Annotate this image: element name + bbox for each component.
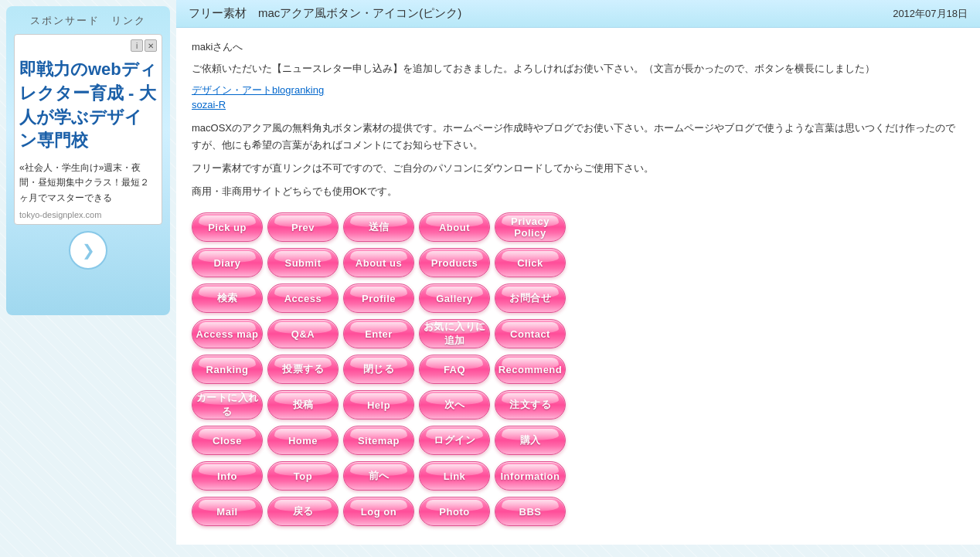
greeting: makiさんへ — [192, 40, 965, 54]
link2[interactable]: sozai-R — [192, 99, 965, 110]
sidebar: スポンサード リンク i ✕ 即戦力のwebディレクター育成 - 大人が学ぶデザ… — [0, 0, 176, 557]
main-content: フリー素材 macアクア風ボタン・アイコン(ピンク) 2012年07月18日 m… — [176, 0, 980, 557]
aqua-btn-5-0[interactable]: カートに入れる — [192, 390, 263, 419]
aqua-btn-8-3[interactable]: Photo — [419, 497, 490, 526]
button-row-8: Mail戻るLog onPhotoBBS — [192, 497, 965, 526]
button-row-5: カートに入れる投稿Help次へ注文する — [192, 390, 965, 419]
aqua-btn-6-4[interactable]: 購入 — [495, 426, 566, 455]
ad-heading: 即戦力のwebディレクター育成 - 大人が学ぶデザイン専門校 — [19, 55, 157, 156]
aqua-btn-1-3[interactable]: Products — [419, 248, 490, 277]
aqua-btn-3-4[interactable]: Contact — [495, 319, 566, 348]
aqua-btn-3-2[interactable]: Enter — [343, 319, 414, 348]
aqua-btn-0-0[interactable]: Pick up — [192, 212, 263, 242]
aqua-btn-0-2[interactable]: 送信 — [343, 212, 414, 242]
ad-close-btn[interactable]: ✕ — [145, 39, 157, 52]
ad-info-btn[interactable]: i — [131, 39, 143, 52]
aqua-btn-5-1[interactable]: 投稿 — [267, 390, 339, 419]
aqua-btn-8-0[interactable]: Mail — [192, 497, 263, 526]
sidebar-ad-title: スポンサード リンク — [14, 14, 162, 28]
sidebar-ad-inner: i ✕ 即戦力のwebディレクター育成 - 大人が学ぶデザイン専門校 «社会人・… — [14, 34, 162, 225]
chevron-right-icon: ❯ — [82, 241, 95, 260]
button-row-1: DiarySubmitAbout usProductsClick — [192, 248, 965, 277]
links-section: デザイン・アートblogranking sozai-R — [192, 83, 965, 110]
aqua-btn-6-3[interactable]: ログイン — [419, 426, 490, 455]
main-header: フリー素材 macアクア風ボタン・アイコン(ピンク) 2012年07月18日 — [176, 0, 980, 28]
aqua-btn-5-2[interactable]: Help — [343, 390, 414, 419]
aqua-btn-1-2[interactable]: About us — [343, 248, 414, 277]
aqua-btn-1-1[interactable]: Submit — [267, 248, 339, 277]
aqua-btn-0-4[interactable]: Privacy Policy — [495, 212, 566, 242]
aqua-btn-7-4[interactable]: Information — [495, 461, 566, 491]
aqua-btn-4-4[interactable]: Recommend — [495, 355, 566, 384]
aqua-btn-6-0[interactable]: Close — [192, 426, 263, 455]
aqua-btn-7-3[interactable]: Link — [419, 461, 490, 491]
ad-controls: i ✕ — [19, 39, 157, 52]
aqua-btn-7-2[interactable]: 前へ — [343, 461, 414, 491]
aqua-btn-8-4[interactable]: BBS — [495, 497, 566, 526]
description3: フリー素材ですが直リンクは不可ですので、ご自分のパソコンにダウンロードしてからご… — [192, 160, 965, 177]
button-row-3: Access mapQ&AEnterお気に入りに追加Contact — [192, 319, 965, 348]
aqua-btn-4-3[interactable]: FAQ — [419, 355, 490, 384]
buttons-section: Pick upPrev送信AboutPrivacy PolicyDiarySub… — [192, 212, 965, 526]
main-body: makiさんへ ご依頼いただいた【ニュースレター申し込み】を追加しておきました。… — [176, 28, 980, 545]
aqua-btn-2-0[interactable]: 検索 — [192, 284, 263, 313]
aqua-btn-2-2[interactable]: Profile — [343, 284, 414, 313]
ad-url: tokyo-designplex.com — [19, 210, 157, 219]
aqua-btn-3-3[interactable]: お気に入りに追加 — [419, 319, 490, 348]
ad-sub-text: «社会人・学生向け»週末・夜間・昼短期集中クラス！最短２ヶ月でマスターできる — [19, 161, 157, 205]
aqua-btn-0-3[interactable]: About — [419, 212, 490, 242]
aqua-btn-7-0[interactable]: Info — [192, 461, 263, 491]
button-row-7: InfoTop前へLinkInformation — [192, 461, 965, 491]
aqua-btn-4-0[interactable]: Ranking — [192, 355, 263, 384]
aqua-btn-2-4[interactable]: お問合せ — [495, 284, 566, 313]
aqua-btn-3-1[interactable]: Q&A — [267, 319, 339, 348]
sidebar-ad-box: スポンサード リンク i ✕ 即戦力のwebディレクター育成 - 大人が学ぶデザ… — [6, 6, 170, 315]
button-row-0: Pick upPrev送信AboutPrivacy Policy — [192, 212, 965, 242]
main-header-title: フリー素材 macアクア風ボタン・アイコン(ピンク) — [189, 6, 461, 21]
aqua-btn-1-4[interactable]: Click — [495, 248, 566, 277]
link1[interactable]: デザイン・アートblogranking — [192, 83, 965, 97]
sidebar-circle-button[interactable]: ❯ — [69, 231, 107, 270]
description4: 商用・非商用サイトどちらでも使用OKです。 — [192, 183, 965, 200]
aqua-btn-8-1[interactable]: 戻る — [267, 497, 339, 526]
description1: ご依頼いただいた【ニュースレター申し込み】を追加しておきました。よろしければお使… — [192, 60, 965, 77]
button-row-2: 検索AccessProfileGalleryお問合せ — [192, 284, 965, 313]
aqua-btn-6-1[interactable]: Home — [267, 426, 339, 455]
button-row-4: Ranking投票する閉じるFAQRecommend — [192, 355, 965, 384]
aqua-btn-2-1[interactable]: Access — [267, 284, 339, 313]
aqua-btn-7-1[interactable]: Top — [267, 461, 339, 491]
button-row-6: CloseHomeSitemapログイン購入 — [192, 426, 965, 455]
description2: macOSXのアクア風の無料角丸ボタン素材の提供です。ホームページ作成時やブログ… — [192, 120, 965, 154]
aqua-btn-5-4[interactable]: 注文する — [495, 390, 566, 419]
aqua-btn-1-0[interactable]: Diary — [192, 248, 263, 277]
main-header-date: 2012年07月18日 — [893, 7, 968, 21]
aqua-btn-2-3[interactable]: Gallery — [419, 284, 490, 313]
aqua-btn-4-1[interactable]: 投票する — [267, 355, 339, 384]
aqua-btn-5-3[interactable]: 次へ — [419, 390, 490, 419]
aqua-btn-8-2[interactable]: Log on — [343, 497, 414, 526]
aqua-btn-4-2[interactable]: 閉じる — [343, 355, 414, 384]
aqua-btn-3-0[interactable]: Access map — [192, 319, 263, 348]
aqua-btn-0-1[interactable]: Prev — [267, 212, 339, 242]
aqua-btn-6-2[interactable]: Sitemap — [343, 426, 414, 455]
